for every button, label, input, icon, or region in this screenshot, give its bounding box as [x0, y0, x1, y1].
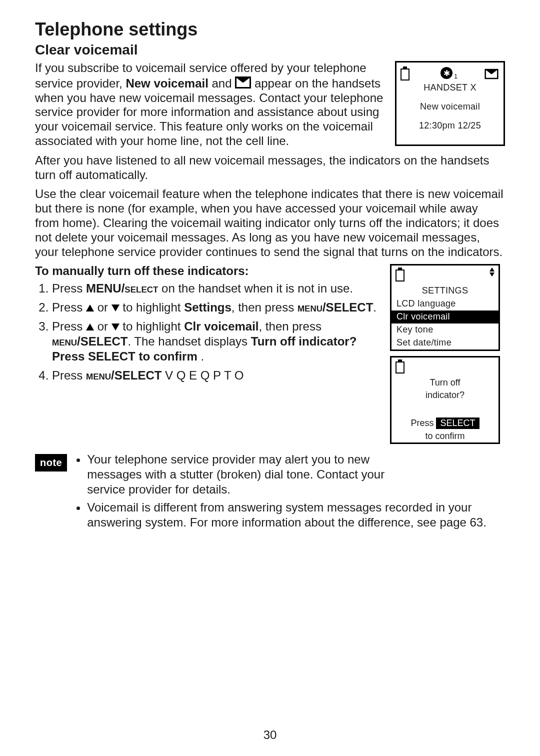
settings-item: LCD language — [392, 298, 498, 310]
confirm-line-2: indicator? — [392, 389, 498, 402]
settings-item: Set date/time — [392, 336, 498, 350]
note-block: note Your telephone service provider may… — [35, 452, 505, 533]
note-item: Your telephone service provider may aler… — [87, 452, 392, 497]
handset-screen-settings: SETTINGS LCD language Clr voicemail Key … — [390, 264, 500, 351]
screen-datetime: 12:30pm 12/25 — [396, 120, 504, 132]
up-down-arrow-icon — [490, 268, 494, 276]
steps-list: Press MENU/select on the handset when it… — [38, 281, 381, 383]
up-arrow-icon — [86, 324, 94, 330]
settings-item: Key tone — [392, 324, 498, 336]
battery-icon — [396, 268, 404, 280]
select-softkey: SELECT — [436, 418, 479, 429]
intro-new-voicemail: New voicemail — [126, 76, 208, 90]
steps-heading: To manually turn off these indicators: — [35, 264, 381, 278]
confirm-line-1: Turn off — [392, 376, 498, 389]
confirm-press: Press SELECT — [392, 416, 498, 430]
intro-paragraph-2: After you have listened to all new voice… — [35, 154, 505, 182]
down-arrow-icon — [112, 324, 120, 330]
step-4: Press menu/SELECT V Q E Q P T O — [52, 368, 381, 383]
envelope-icon — [484, 69, 498, 79]
handset-screen-confirm: Turn off indicator? Press SELECT to conf… — [390, 356, 500, 444]
page-title: Telephone settings — [35, 19, 505, 40]
step-2: Press or to highlight Settings, then pre… — [52, 300, 381, 315]
down-arrow-icon — [112, 304, 120, 312]
envelope-icon — [235, 76, 251, 88]
bluetooth-icon: ✱ — [440, 67, 452, 79]
screen-handset-label: HANDSET X — [396, 82, 504, 94]
intro-paragraph-3: Use the clear voicemail feature when the… — [35, 187, 505, 259]
intro-paragraph-1: If you subscribe to voicemail service of… — [35, 61, 386, 148]
battery-icon — [396, 360, 404, 372]
note-label: note — [35, 454, 67, 472]
screen-status: New voicemail — [396, 100, 504, 114]
confirm-to-confirm: to confirm — [392, 430, 498, 442]
handset-screen-voicemail: ✱ HANDSET X New voicemail 12:30pm 12/25 — [395, 61, 505, 146]
settings-title: SETTINGS — [392, 284, 498, 298]
note-item: Voicemail is different from answering sy… — [87, 500, 505, 530]
page-number: 30 — [0, 728, 540, 742]
intro-p1b: and — [212, 76, 236, 90]
settings-item-selected: Clr voicemail — [392, 310, 498, 324]
step-3: Press or to highlight Clr voicemail, the… — [52, 319, 381, 364]
up-arrow-icon — [86, 304, 94, 312]
step-1: Press MENU/select on the handset when it… — [52, 281, 381, 296]
section-heading: Clear voicemail — [35, 42, 505, 58]
battery-icon — [400, 66, 410, 80]
